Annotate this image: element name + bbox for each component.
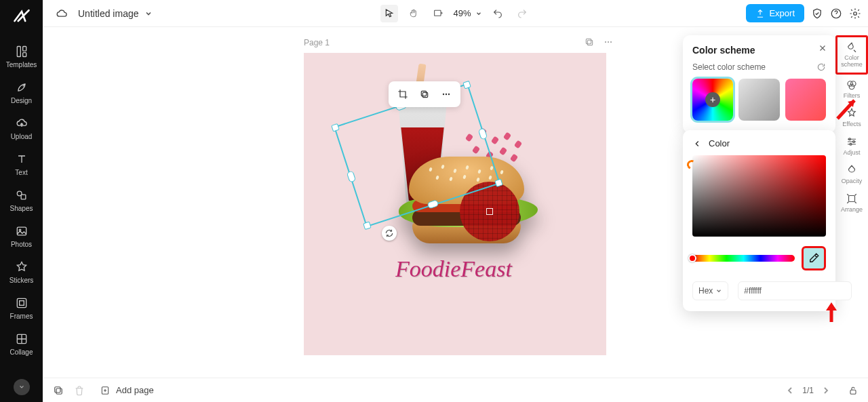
page-label: Page 1 bbox=[304, 38, 330, 47]
swatch-custom[interactable]: + bbox=[692, 79, 733, 121]
panel-title: Color scheme bbox=[692, 45, 826, 56]
svg-point-20 bbox=[443, 94, 444, 95]
prev-page-icon[interactable] bbox=[785, 385, 795, 396]
nav-label: Upload bbox=[11, 133, 33, 140]
nav-frames[interactable]: Frames bbox=[0, 291, 43, 327]
nav-label: Frames bbox=[10, 313, 33, 320]
nav-upload[interactable]: Upload bbox=[0, 111, 43, 147]
zoom-value: 49% bbox=[453, 8, 471, 18]
document-title[interactable]: Untitled image bbox=[78, 8, 139, 19]
undo-button[interactable] bbox=[489, 5, 507, 22]
close-icon[interactable] bbox=[818, 43, 827, 53]
nav-stickers[interactable]: Stickers bbox=[0, 255, 43, 291]
nav-collage[interactable]: Collage bbox=[0, 327, 43, 363]
duplicate-page-icon[interactable] bbox=[584, 37, 595, 47]
shield-icon[interactable] bbox=[811, 7, 823, 20]
crop-button[interactable] bbox=[394, 85, 412, 103]
svg-rect-14 bbox=[586, 39, 591, 43]
element-toolbar bbox=[389, 81, 460, 107]
swatch-pink[interactable] bbox=[785, 79, 826, 121]
scheme-swatches: + bbox=[692, 79, 826, 121]
svg-point-22 bbox=[448, 94, 450, 95]
nav-shapes[interactable]: Shapes bbox=[0, 183, 43, 219]
swatch-grey[interactable] bbox=[738, 79, 779, 121]
brand-text[interactable]: FoodieFeast bbox=[395, 256, 512, 282]
svg-point-21 bbox=[446, 94, 447, 95]
svg-point-25 bbox=[849, 84, 854, 89]
nav-design[interactable]: Design bbox=[0, 75, 43, 111]
next-page-icon[interactable] bbox=[821, 385, 831, 396]
settings-icon[interactable] bbox=[849, 7, 861, 20]
resize-handle[interactable] bbox=[427, 199, 439, 209]
tool-opacity[interactable]: Opacity bbox=[835, 160, 868, 188]
color-format-select[interactable]: Hex bbox=[692, 281, 728, 300]
add-page-button[interactable]: Add page bbox=[100, 385, 154, 396]
toolbar-right: Export bbox=[746, 4, 861, 22]
more-button[interactable] bbox=[437, 85, 455, 103]
saturation-value-picker[interactable] bbox=[692, 155, 826, 237]
more-page-icon[interactable] bbox=[603, 37, 614, 47]
delete-page-icon[interactable] bbox=[74, 385, 85, 396]
reset-icon[interactable] bbox=[816, 62, 826, 72]
hue-slider[interactable] bbox=[692, 255, 795, 262]
color-picker-panel: Color Hex bbox=[683, 130, 835, 311]
tool-arrange[interactable]: Arrange bbox=[835, 188, 868, 217]
nav-label: Stickers bbox=[9, 277, 34, 284]
svg-rect-29 bbox=[849, 195, 855, 201]
svg-rect-1 bbox=[22, 47, 26, 52]
app-logo[interactable] bbox=[12, 7, 31, 26]
help-icon[interactable] bbox=[830, 7, 842, 20]
export-label: Export bbox=[769, 8, 795, 18]
nav-label: Collage bbox=[10, 348, 33, 356]
resize-handle[interactable] bbox=[363, 221, 372, 230]
svg-rect-33 bbox=[850, 390, 856, 394]
nav-templates[interactable]: Templates bbox=[0, 39, 43, 75]
svg-rect-0 bbox=[17, 47, 20, 57]
eyedropper-button[interactable] bbox=[802, 246, 826, 270]
nav-label: Templates bbox=[6, 61, 37, 68]
cloud-sync-icon[interactable] bbox=[55, 7, 68, 20]
account-avatar[interactable] bbox=[14, 379, 30, 395]
resize-handle[interactable] bbox=[462, 81, 471, 89]
toolbar-center: 49% bbox=[380, 5, 530, 22]
zoom-level[interactable]: 49% bbox=[453, 8, 481, 18]
tool-color-scheme[interactable]: Color scheme bbox=[835, 35, 868, 75]
redo-button[interactable] bbox=[513, 5, 531, 22]
title-chevron-icon[interactable] bbox=[144, 9, 153, 18]
color-scheme-panel: Color scheme Select color scheme + bbox=[683, 35, 835, 133]
svg-rect-2 bbox=[22, 53, 26, 57]
svg-point-15 bbox=[605, 41, 606, 43]
resize-handle[interactable] bbox=[478, 127, 488, 140]
color-header: Color bbox=[709, 138, 730, 148]
crop-dropdown[interactable] bbox=[429, 5, 446, 22]
resize-handle[interactable] bbox=[347, 170, 356, 182]
svg-point-24 bbox=[851, 81, 856, 87]
select-scheme-label: Select color scheme bbox=[692, 62, 766, 72]
top-bar: Untitled image 49% Export bbox=[43, 0, 868, 27]
svg-rect-18 bbox=[422, 92, 427, 97]
nav-label: Design bbox=[11, 97, 32, 104]
tool-adjust[interactable]: Adjust bbox=[835, 132, 868, 160]
pages-overview-icon[interactable] bbox=[52, 384, 64, 397]
lock-icon[interactable] bbox=[848, 385, 859, 396]
hex-input[interactable] bbox=[738, 281, 852, 300]
hand-tool[interactable] bbox=[404, 5, 422, 22]
sync-badge-icon[interactable] bbox=[382, 226, 397, 241]
tool-label: Adjust bbox=[843, 149, 860, 156]
nav-label: Photos bbox=[11, 241, 32, 248]
back-icon[interactable] bbox=[692, 139, 702, 148]
svg-point-17 bbox=[610, 41, 612, 43]
svg-rect-31 bbox=[55, 386, 60, 392]
nav-text[interactable]: Text bbox=[0, 147, 43, 183]
nav-label: Text bbox=[15, 169, 27, 176]
export-button[interactable]: Export bbox=[746, 4, 804, 22]
svg-rect-7 bbox=[17, 298, 26, 307]
hue-thumb[interactable] bbox=[688, 254, 696, 262]
svg-rect-4 bbox=[21, 195, 26, 199]
cursor-tool[interactable] bbox=[380, 5, 397, 22]
nav-photos[interactable]: Photos bbox=[0, 219, 43, 255]
duplicate-button[interactable] bbox=[416, 85, 433, 103]
left-nav: Templates Design Upload Text Shapes Phot… bbox=[0, 0, 43, 402]
svg-point-16 bbox=[608, 41, 609, 43]
resize-handle[interactable] bbox=[331, 123, 340, 132]
